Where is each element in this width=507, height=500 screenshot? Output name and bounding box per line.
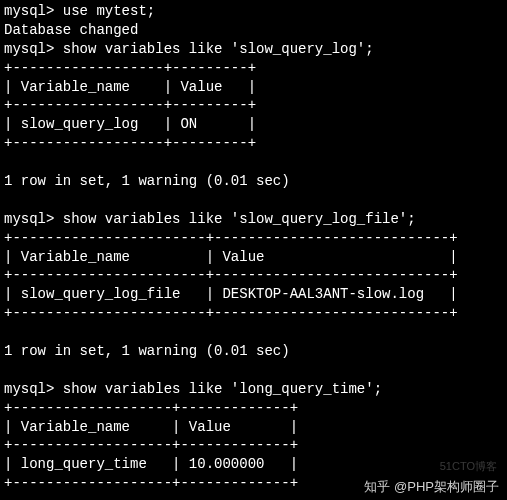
terminal-line: 1 row in set, 1 warning (0.01 sec) — [4, 342, 503, 361]
terminal-line: +-----------------------+---------------… — [4, 304, 503, 323]
terminal-line: mysql> show variables like 'slow_query_l… — [4, 40, 503, 59]
watermark-blog: 51CTO博客 — [440, 459, 497, 474]
terminal-line — [4, 323, 503, 342]
terminal-line — [4, 191, 503, 210]
terminal-line: | slow_query_log_file | DESKTOP-AAL3ANT-… — [4, 285, 503, 304]
terminal-line: | Variable_name | Value | — [4, 78, 503, 97]
terminal-line: +------------------+---------+ — [4, 59, 503, 78]
terminal-line: mysql> show variables like 'slow_query_l… — [4, 210, 503, 229]
terminal-line: +-------------------+-------------+ — [4, 436, 503, 455]
terminal-output: mysql> use mytest;Database changedmysql>… — [4, 2, 503, 500]
terminal-line: mysql> use mytest; — [4, 2, 503, 21]
terminal-line: | Variable_name | Value | — [4, 248, 503, 267]
terminal-line: | slow_query_log | ON | — [4, 115, 503, 134]
watermark-zhihu: 知乎 @PHP架构师圈子 — [364, 478, 499, 496]
terminal-line: +------------------+---------+ — [4, 134, 503, 153]
terminal-line — [4, 361, 503, 380]
terminal-line: +------------------+---------+ — [4, 96, 503, 115]
terminal-line — [4, 153, 503, 172]
terminal-line: 1 row in set, 1 warning (0.01 sec) — [4, 172, 503, 191]
terminal-line: +-------------------+-------------+ — [4, 399, 503, 418]
terminal-line: +-----------------------+---------------… — [4, 229, 503, 248]
terminal-line: Database changed — [4, 21, 503, 40]
terminal-line: mysql> show variables like 'long_query_t… — [4, 380, 503, 399]
terminal-line: +-----------------------+---------------… — [4, 266, 503, 285]
terminal-line: | long_query_time | 10.000000 | — [4, 455, 503, 474]
terminal-line: | Variable_name | Value | — [4, 418, 503, 437]
